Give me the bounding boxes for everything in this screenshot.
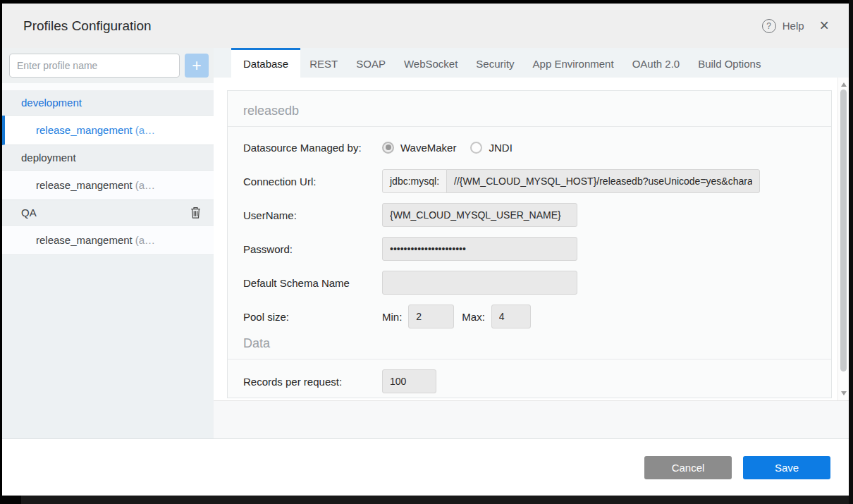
profile-db-suffix: (a… (135, 179, 155, 191)
tab-security[interactable]: Security (467, 48, 523, 78)
help-link[interactable]: Help (783, 20, 804, 32)
header-actions: ? Help × (762, 18, 829, 34)
tab-app-environment[interactable]: App Environment (524, 48, 623, 78)
records-row: Records per request: (243, 369, 831, 393)
profile-db-suffix: (a… (135, 124, 155, 136)
schema-label: Default Schema Name (243, 277, 382, 289)
profile-group-label: QA (21, 207, 37, 219)
profile-group-label: development (21, 97, 82, 109)
password-row: Password: (243, 237, 831, 261)
schema-input[interactable] (382, 271, 577, 295)
sidebar-item-release-mangement-qa[interactable]: release_mangement (a… (2, 226, 214, 255)
pool-size-row: Pool size: Min: Max: (243, 305, 831, 328)
sidebar-item-release-mangement-deployment[interactable]: release_mangement (a… (2, 171, 214, 200)
connection-url-label: Connection Url: (243, 176, 382, 188)
profile-db-suffix: (a… (135, 234, 155, 246)
username-row: UserName: (243, 203, 831, 227)
profile-db-label: release_mangement (36, 234, 133, 246)
background-bottom-edge (0, 496, 853, 504)
database-config-card: releasedb Datasource Managed by: WaveMak… (227, 90, 832, 398)
profile-db-label: release_mangement (36, 124, 133, 136)
tab-oauth[interactable]: OAuth 2.0 (623, 48, 689, 78)
profile-create-row: + (2, 48, 214, 83)
wavemaker-radio[interactable] (382, 142, 394, 154)
scrollbar-thumb[interactable] (840, 90, 847, 371)
tab-soap[interactable]: SOAP (347, 48, 395, 78)
tab-bar: Database REST SOAP WebSocket Security Ap… (214, 48, 849, 78)
profile-name-input[interactable] (9, 54, 180, 78)
connection-url-input[interactable] (446, 169, 760, 193)
pool-min-label: Min: (382, 311, 402, 323)
delete-profile-icon[interactable] (190, 207, 201, 219)
dialog-footer: Cancel Save (2, 438, 849, 496)
main-panel: Database REST SOAP WebSocket Security Ap… (214, 48, 849, 438)
pool-max-input[interactable] (491, 305, 531, 328)
records-label: Records per request: (243, 376, 382, 388)
profile-group-label: deployment (21, 152, 76, 164)
section-divider (228, 126, 831, 127)
jdbc-prefix-box: jdbc:mysql: (382, 169, 447, 193)
dialog-body: + development release_mangement (a… depl… (2, 48, 849, 438)
password-input[interactable] (382, 237, 577, 261)
datasource-label: Datasource Managed by: (243, 142, 382, 154)
sidebar-item-release-mangement-development[interactable]: release_mangement (a… (2, 116, 214, 145)
sidebar-spacer (2, 83, 214, 90)
pool-max-label: Max: (462, 311, 485, 323)
database-tab-content: releasedb Datasource Managed by: WaveMak… (214, 78, 849, 400)
profiles-configuration-dialog: Profiles Configuration ? Help × + develo… (2, 4, 849, 496)
scroll-up-arrow-icon[interactable] (841, 82, 847, 87)
profile-db-label: release_mangement (36, 179, 133, 191)
connection-url-row: Connection Url: jdbc:mysql: (243, 169, 831, 193)
help-icon[interactable]: ? (762, 19, 776, 33)
scroll-down-arrow-icon[interactable] (841, 391, 847, 395)
username-input[interactable] (382, 203, 577, 227)
dialog-header: Profiles Configuration ? Help × (2, 4, 849, 48)
background-right-edge (849, 0, 853, 504)
content-footer-strip (214, 400, 849, 438)
tab-build-options[interactable]: Build Options (689, 48, 770, 78)
add-profile-button[interactable]: + (185, 54, 209, 78)
sidebar-item-qa[interactable]: QA (2, 200, 214, 226)
pool-min-input[interactable] (408, 305, 454, 328)
wavemaker-radio-label: WaveMaker (400, 142, 456, 154)
pool-size-label: Pool size: (243, 311, 382, 323)
sidebar-item-development[interactable]: development (2, 90, 214, 116)
datasource-row: Datasource Managed by: WaveMaker JNDI (243, 135, 831, 159)
save-button[interactable]: Save (743, 456, 830, 479)
jndi-radio[interactable] (470, 142, 482, 154)
sidebar-item-deployment[interactable]: deployment (2, 145, 214, 171)
section-divider (228, 359, 831, 359)
jndi-radio-label: JNDI (489, 142, 512, 154)
profiles-sidebar: + development release_mangement (a… depl… (2, 48, 214, 438)
username-label: UserName: (243, 209, 382, 221)
records-input[interactable] (382, 369, 436, 393)
sidebar-empty-area (2, 255, 214, 438)
tab-rest[interactable]: REST (300, 48, 347, 78)
cancel-button[interactable]: Cancel (644, 456, 732, 479)
password-label: Password: (243, 243, 382, 255)
close-icon[interactable]: × (820, 18, 829, 34)
db-section-title: releasedb (243, 104, 831, 118)
tab-database[interactable]: Database (231, 48, 300, 78)
data-section-title: Data (243, 336, 831, 351)
dialog-title: Profiles Configuration (23, 18, 762, 34)
schema-row: Default Schema Name (243, 271, 831, 295)
vertical-scrollbar[interactable] (837, 78, 849, 400)
tab-websocket[interactable]: WebSocket (395, 48, 467, 78)
